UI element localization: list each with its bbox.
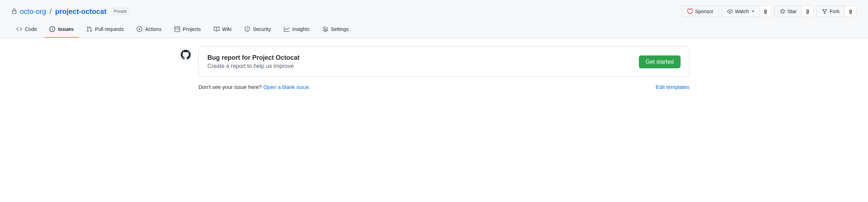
gear-icon [322, 26, 328, 32]
tab-code[interactable]: Code [11, 23, 42, 38]
get-started-button[interactable]: Get started [639, 55, 681, 68]
tab-insights[interactable]: Insights [279, 23, 314, 38]
fork-label: Fork [830, 8, 840, 15]
tab-insights-label: Insights [292, 26, 309, 33]
sponsor-label: Sponsor [695, 8, 714, 15]
tab-security[interactable]: Security [239, 23, 276, 38]
tab-settings[interactable]: Settings [317, 23, 354, 38]
play-icon [137, 26, 142, 32]
fork-group: Fork 0 [816, 6, 857, 17]
shield-icon [244, 26, 250, 32]
graph-icon [284, 26, 290, 32]
code-icon [16, 26, 22, 32]
tab-issues[interactable]: Issues [44, 23, 79, 38]
tab-wiki[interactable]: Wiki [209, 23, 237, 38]
tab-code-label: Code [25, 26, 37, 33]
template-row: Bug report for Project Octocat Create a … [179, 47, 689, 77]
blank-issue-prompt: Don't see your issue here? Open a blank … [199, 84, 311, 90]
repo-title-row: octo-org / project-octocat Private Spons… [11, 6, 857, 17]
issue-template-card: Bug report for Project Octocat Create a … [199, 47, 689, 77]
tab-settings-label: Settings [331, 26, 349, 33]
tab-security-label: Security [253, 26, 271, 33]
heart-icon [687, 9, 693, 14]
caret-down-icon [752, 11, 755, 12]
watch-group: Watch 0 [722, 6, 772, 17]
star-label: Star [788, 8, 797, 15]
book-icon [214, 26, 219, 32]
tab-projects-label: Projects [183, 26, 201, 33]
footer-prompt-text: Don't see your issue here? [199, 84, 263, 90]
avatar [179, 48, 193, 62]
tab-issues-label: Issues [58, 26, 74, 33]
tab-wiki-label: Wiki [222, 26, 232, 33]
template-text: Bug report for Project Octocat Create a … [207, 54, 300, 69]
repo-actions: Sponsor Watch 0 Star [682, 6, 857, 17]
watch-label: Watch [735, 8, 749, 15]
lock-icon [11, 9, 17, 14]
repo-link[interactable]: project-octocat [55, 7, 106, 15]
edit-templates-link[interactable]: Edit templates [656, 84, 689, 90]
main-content: Bug report for Project Octocat Create a … [167, 47, 701, 90]
blank-issue-link[interactable]: Open a blank issue. [263, 84, 311, 90]
star-button[interactable]: Star [774, 6, 802, 17]
tab-pulls[interactable]: Pull requests [81, 23, 129, 38]
tab-projects[interactable]: Projects [169, 23, 206, 38]
tab-actions-label: Actions [145, 26, 162, 33]
tab-actions[interactable]: Actions [132, 23, 166, 38]
fork-icon [822, 9, 827, 14]
template-description: Create a report to help us improve [207, 63, 300, 69]
template-title: Bug report for Project Octocat [207, 54, 300, 62]
star-count[interactable]: 0 [802, 6, 814, 17]
repo-tabs: Code Issues Pull requests Actions Projec… [11, 23, 857, 38]
eye-icon [727, 9, 733, 14]
project-icon [174, 26, 180, 32]
separator: / [49, 7, 52, 16]
pull-request-icon [86, 26, 92, 32]
repo-header: octo-org / project-octocat Private Spons… [0, 0, 868, 38]
star-icon [780, 9, 785, 14]
watch-count[interactable]: 0 [760, 6, 772, 17]
issue-icon [49, 26, 55, 32]
star-group: Star 0 [774, 6, 814, 17]
sponsor-button[interactable]: Sponsor [682, 6, 719, 17]
watch-button[interactable]: Watch [722, 6, 760, 17]
repo-title: octo-org / project-octocat Private [11, 7, 130, 16]
owner-link[interactable]: octo-org [20, 7, 46, 15]
octocat-icon [181, 50, 191, 61]
fork-count[interactable]: 0 [845, 6, 857, 17]
fork-button[interactable]: Fork [816, 6, 845, 17]
footer-row: Don't see your issue here? Open a blank … [199, 84, 689, 90]
visibility-badge: Private [111, 8, 129, 15]
tab-pulls-label: Pull requests [95, 26, 124, 33]
